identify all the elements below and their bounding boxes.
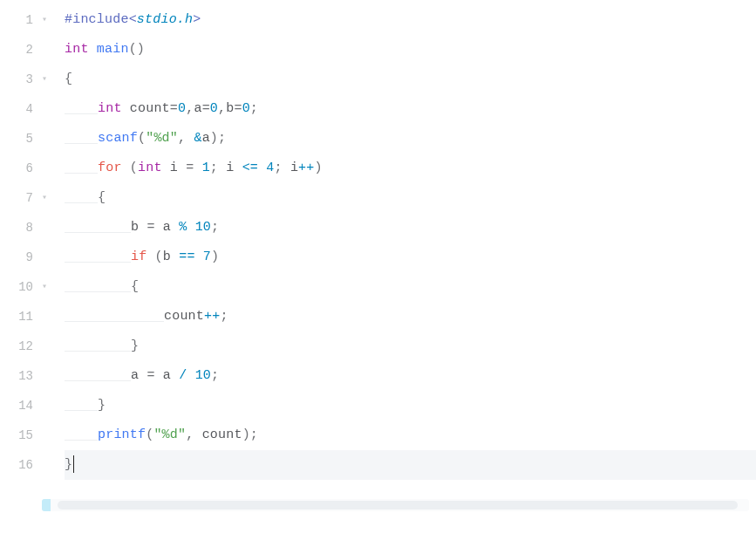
number: 0 — [242, 101, 250, 116]
brace: } — [98, 398, 106, 413]
semicolon: ; — [210, 161, 218, 175]
code-line[interactable]: if (b == 7) — [65, 243, 756, 272]
code-editor[interactable]: 1▾ 2 3▾ 4 5 6 7▾ 8 9 10▾ 11 12 13 14 15 … — [0, 0, 756, 485]
line-number: 12 — [0, 332, 33, 361]
code-line[interactable]: int main() — [65, 35, 756, 65]
code-content[interactable]: #include<stdio.h> int main() { int count… — [42, 5, 756, 480]
line-number: 3▾ — [0, 65, 33, 94]
indent-guide — [65, 188, 98, 203]
operator: = — [146, 368, 154, 383]
semicolon: ; — [274, 161, 282, 175]
identifier: count — [164, 309, 204, 324]
identifier: i — [290, 161, 298, 175]
code-line[interactable]: printf("%d", count); — [65, 421, 756, 450]
code-line[interactable]: for (int i = 1; i <= 4; i++) — [65, 154, 756, 183]
code-line[interactable]: } — [65, 332, 756, 361]
scrollbar-marker — [42, 499, 51, 511]
code-line[interactable]: scanf("%d", &a); — [65, 124, 756, 154]
indent-guide — [98, 277, 131, 292]
indent-guide — [131, 306, 164, 322]
code-line[interactable]: { — [65, 272, 756, 302]
string-literal: "%d" — [153, 427, 186, 442]
code-line[interactable]: int count=0,a=0,b=0; — [65, 94, 756, 124]
indent-guide — [65, 306, 98, 322]
code-line[interactable]: count++; — [65, 302, 756, 332]
operator: ++ — [298, 161, 314, 175]
text-cursor — [73, 455, 74, 473]
code-line[interactable]: a = a / 10; — [65, 361, 756, 391]
function-name: main — [97, 42, 129, 57]
identifier: b — [131, 220, 139, 235]
operator: <= — [242, 161, 258, 175]
paren: ( — [130, 161, 138, 175]
identifier: count — [130, 101, 170, 116]
function-call: printf — [98, 427, 146, 442]
operator: == — [179, 250, 194, 264]
horizontal-scrollbar[interactable] — [42, 499, 749, 511]
paren: ) — [210, 131, 218, 146]
indent-guide — [65, 99, 98, 114]
identifier: count — [202, 427, 242, 442]
code-line[interactable]: { — [65, 65, 756, 94]
comma: , — [178, 131, 186, 146]
line-number: 6 — [0, 154, 33, 183]
line-number: 13 — [0, 361, 33, 391]
comma: , — [218, 101, 226, 116]
fold-toggle-icon[interactable]: ▾ — [38, 272, 51, 302]
operator: = — [202, 101, 210, 116]
paren: ) — [137, 42, 145, 57]
number: 0 — [210, 101, 218, 116]
keyword-if: if — [131, 250, 146, 264]
code-line[interactable]: #include<stdio.h> — [65, 5, 756, 35]
semicolon: ; — [218, 131, 226, 146]
semicolon: ; — [250, 427, 258, 442]
brace: { — [131, 279, 139, 294]
fold-toggle-icon[interactable]: ▾ — [38, 183, 51, 213]
indent-guide — [98, 306, 131, 322]
code-line-active[interactable]: } — [65, 450, 756, 480]
identifier: b — [163, 250, 171, 264]
identifier: a — [131, 368, 139, 383]
paren: ( — [138, 131, 146, 146]
indent-guide — [65, 395, 98, 411]
indent-guide — [65, 128, 98, 144]
line-number: 9 — [0, 243, 33, 272]
semicolon: ; — [211, 220, 219, 235]
line-number: 11 — [0, 302, 33, 332]
indent-guide — [98, 366, 131, 381]
line-number-gutter: 1▾ 2 3▾ 4 5 6 7▾ 8 9 10▾ 11 12 13 14 15 … — [0, 5, 42, 480]
code-line[interactable]: { — [65, 183, 756, 213]
fold-toggle-icon[interactable]: ▾ — [38, 65, 51, 94]
fold-toggle-icon[interactable]: ▾ — [38, 5, 51, 35]
identifier: i — [170, 161, 178, 175]
angle-bracket: > — [193, 12, 201, 27]
semicolon: ; — [250, 101, 258, 116]
line-number: 15 — [0, 421, 33, 450]
line-number: 5 — [0, 124, 33, 154]
number: 10 — [195, 220, 211, 235]
scrollbar-thumb[interactable] — [58, 501, 738, 509]
identifier: a — [163, 220, 171, 235]
brace: } — [65, 457, 72, 472]
indent-guide — [65, 217, 98, 233]
indent-guide — [65, 336, 98, 352]
line-number: 2 — [0, 35, 33, 65]
identifier: a — [194, 101, 201, 116]
paren: ) — [314, 161, 322, 175]
brace: { — [65, 72, 72, 86]
indent-guide — [65, 277, 98, 292]
paren: ) — [242, 427, 250, 442]
code-line[interactable]: } — [65, 391, 756, 421]
code-line[interactable]: b = a % 10; — [65, 213, 756, 243]
operator: ++ — [204, 309, 220, 324]
indent-guide — [98, 217, 131, 233]
type-keyword: int — [138, 161, 162, 175]
paren: ( — [155, 250, 163, 264]
line-number: 14 — [0, 391, 33, 421]
brace: { — [98, 190, 106, 205]
identifier: a — [202, 131, 210, 146]
indent-guide — [65, 366, 98, 381]
line-number: 7▾ — [0, 183, 33, 213]
line-number: 10▾ — [0, 272, 33, 302]
line-number: 4 — [0, 94, 33, 124]
